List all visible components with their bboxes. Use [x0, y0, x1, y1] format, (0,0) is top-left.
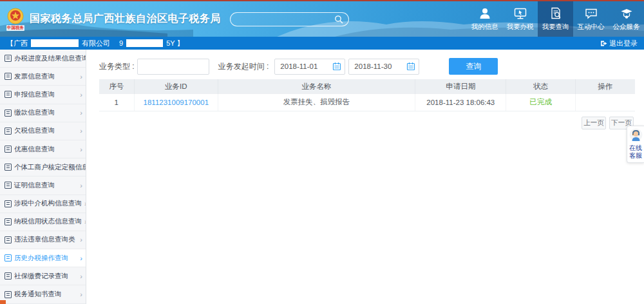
- sidebar-item-violation-info-query[interactable]: 违法违章信息查询类›: [0, 231, 86, 249]
- screenshot-corner-artifact: [0, 300, 6, 304]
- doc-icon: [5, 164, 12, 171]
- doc-icon: [5, 182, 12, 189]
- company-name-prefix: 【广西: [6, 39, 28, 48]
- nav-label: 我的信息: [471, 23, 498, 32]
- chevron-right-icon: ›: [80, 73, 82, 81]
- table-row: 1 1811231009170001 发票挂失、损毁报告 2018-11-23 …: [99, 94, 635, 111]
- sidebar-item-social-security-query[interactable]: 社保缴费记录查询›: [0, 267, 86, 285]
- nav-tax-handling[interactable]: 我要办税: [502, 1, 538, 37]
- sidebar-item-tax-agency-query[interactable]: 涉税中介机构信息查询›: [0, 195, 86, 213]
- main-panel: 业务类型 : 业务发起时间 : 2018-11-01 2018-11-30: [86, 50, 644, 304]
- doc-icon: [5, 291, 12, 298]
- doc-icon: [5, 146, 12, 153]
- logout-label: 退出登录: [609, 39, 638, 48]
- business-id-link[interactable]: 1811231009170001: [144, 99, 209, 106]
- cell-apply-date: 2018-11-23 18:06:43: [415, 94, 506, 111]
- nav-interaction-center[interactable]: 互动中心: [573, 1, 609, 37]
- nav-public-services[interactable]: 公众服务: [609, 1, 644, 37]
- graduate-icon: [620, 6, 634, 21]
- logout-button[interactable]: 退出登录: [600, 39, 638, 48]
- nav-label: 我要办税: [507, 23, 534, 32]
- account-bar: 【广西有限公司 95Y 】 退出登录: [0, 37, 644, 50]
- col-apply-date: 申请日期: [415, 79, 506, 94]
- doc-icon: [5, 128, 12, 135]
- service-label-line2: 客服: [629, 152, 643, 160]
- nav-query[interactable]: 我要查询: [538, 1, 573, 37]
- col-business-name: 业务名称: [218, 79, 415, 94]
- doc-icon: [5, 73, 12, 80]
- cell-seq: 1: [99, 94, 134, 111]
- sidebar-item-individual-quota-query[interactable]: 个体工商户核定定额信息查询›: [0, 158, 86, 176]
- logout-icon: [600, 40, 607, 47]
- sidebar-item-history-operation-query[interactable]: 历史办税操作查询›: [0, 249, 86, 267]
- monitor-cursor-icon: [513, 6, 527, 21]
- prev-page-button[interactable]: 上一页: [582, 117, 606, 129]
- chevron-right-icon: ›: [80, 146, 82, 153]
- chevron-right-icon: ›: [80, 109, 82, 117]
- content: 办税进度及结果信息查询› 发票信息查询› 申报信息查询› 缴款信息查询› 欠税信…: [0, 50, 644, 304]
- filter-row: 业务类型 : 业务发起时间 : 2018-11-01 2018-11-30: [99, 58, 640, 75]
- results-table: 序号 业务ID 业务名称 申请日期 状态 操作 1 18112310091700…: [99, 79, 635, 111]
- chevron-right-icon: ›: [80, 236, 82, 243]
- table-header-row: 序号 业务ID 业务名称 申请日期 状态 操作: [99, 79, 635, 94]
- business-type-input[interactable]: [137, 59, 209, 75]
- date-from-input[interactable]: 2018-11-01: [274, 59, 345, 75]
- header-nav: 我的信息 我要办税 我要查询: [467, 1, 644, 37]
- taxid-suffix: 5Y 】: [166, 39, 184, 48]
- nav-label: 我要查询: [542, 23, 569, 32]
- doc-icon: [5, 200, 12, 207]
- chevron-right-icon: ›: [80, 272, 82, 280]
- chevron-right-icon: ›: [80, 91, 82, 99]
- date-to-input[interactable]: 2018-11-30: [348, 59, 419, 75]
- header-search-input[interactable]: [236, 15, 334, 23]
- sidebar-item-tax-progress-query[interactable]: 办税进度及结果信息查询›: [0, 50, 86, 68]
- chevron-right-icon: ›: [80, 182, 82, 189]
- service-label-line1: 在线: [629, 144, 643, 152]
- doc-icon: [5, 218, 12, 225]
- pagination: 上一页 下一页: [99, 117, 640, 129]
- header: 中国税务 国家税务总局广西壮族自治区电子税务局 我的信息: [0, 1, 644, 37]
- sidebar-item-preferential-info-query[interactable]: 优惠信息查询›: [0, 140, 86, 158]
- col-seq: 序号: [99, 79, 134, 94]
- sidebar-item-declaration-info-query[interactable]: 申报信息查询›: [0, 86, 86, 104]
- taxid-redaction: [126, 39, 163, 47]
- taxid-prefix: 9: [119, 39, 123, 47]
- calendar-icon[interactable]: [406, 62, 415, 71]
- sidebar-item-credit-status-query[interactable]: 纳税信用状态信息查询›: [0, 213, 86, 231]
- sidebar-item-certificate-info-query[interactable]: 证明信息查询›: [0, 176, 86, 195]
- chevron-right-icon: ›: [80, 254, 82, 262]
- company-name-suffix: 有限公司: [82, 39, 110, 48]
- nav-my-info[interactable]: 我的信息: [467, 1, 502, 37]
- sidebar-item-payment-info-query[interactable]: 缴款信息查询›: [0, 104, 86, 122]
- sidebar-item-invoice-info-query[interactable]: 发票信息查询›: [0, 68, 86, 86]
- person-icon: [5, 272, 12, 280]
- doc-icon: [5, 236, 12, 243]
- cell-action: [575, 94, 634, 111]
- chevron-right-icon: ›: [80, 127, 82, 135]
- doc-icon: [5, 91, 12, 98]
- chat-bubble-icon: [584, 6, 598, 21]
- logo-caption: 中国税务: [6, 25, 24, 31]
- page-title: 国家税务总局广西壮族自治区电子税务局: [30, 12, 221, 26]
- status-badge: 已完成: [529, 98, 552, 106]
- tax-emblem-logo: 中国税务: [6, 8, 24, 31]
- chevron-right-icon: ›: [80, 290, 82, 298]
- business-type-label: 业务类型 :: [99, 61, 135, 72]
- header-search[interactable]: [230, 12, 349, 26]
- sidebar-item-tax-arrears-query[interactable]: 欠税信息查询›: [0, 122, 86, 140]
- start-time-label: 业务发起时间 :: [218, 61, 269, 72]
- user-icon: [478, 6, 492, 21]
- agent-avatar: [629, 128, 643, 142]
- nav-label: 互动中心: [578, 23, 605, 32]
- doc-icon: [5, 55, 12, 62]
- online-service-widget[interactable]: 在线 客服: [627, 126, 644, 163]
- calendar-icon[interactable]: [332, 62, 341, 71]
- sidebar-item-tax-notice-query[interactable]: 税务通知书查询›: [0, 285, 86, 303]
- col-action: 操作: [575, 79, 634, 94]
- col-business-id: 业务ID: [134, 79, 218, 94]
- company-name-redaction: [31, 39, 79, 47]
- doc-icon: [5, 109, 12, 117]
- taxpayer-identity: 【广西有限公司 95Y 】: [6, 39, 184, 48]
- search-icon[interactable]: [334, 15, 343, 24]
- query-button[interactable]: 查询: [449, 58, 498, 75]
